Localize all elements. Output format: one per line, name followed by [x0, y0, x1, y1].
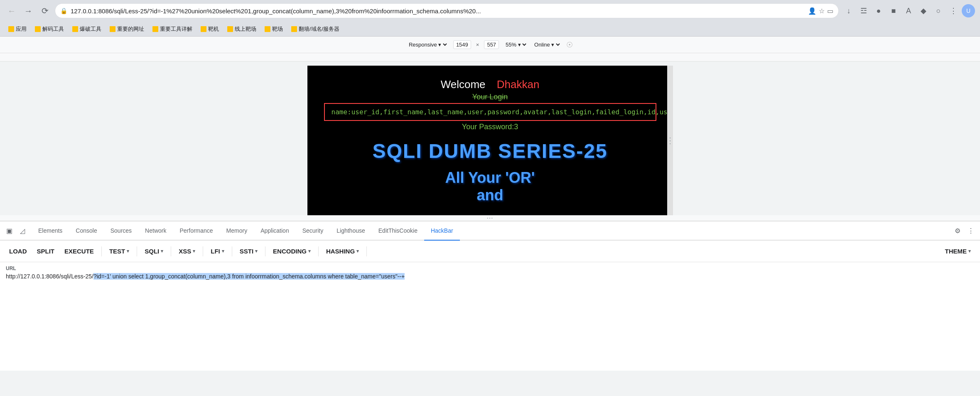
encoding-label: ENCODING [273, 248, 307, 255]
downloads-icon[interactable]: ↓ [842, 4, 855, 17]
bookmark-range[interactable]: 靶场 [261, 25, 286, 34]
url-section: URL http://127.0.0.1:8086/sqli/Less-25/?… [0, 262, 980, 371]
encoding-dropdown[interactable]: ENCODING ▾ [269, 244, 315, 259]
hashing-label: HASHING [326, 248, 355, 255]
your-login-text: Your Login [324, 93, 656, 101]
devtools-settings-icon[interactable]: ⚙ [952, 225, 963, 236]
separator-4 [203, 246, 203, 256]
sqli-label: SQLI [145, 248, 159, 255]
sql-result-text: name:user_id,first_name,last_name,user,p… [332, 108, 673, 116]
bookmark-tools-detail[interactable]: 重要工具详解 [149, 25, 196, 34]
ssti-dropdown[interactable]: SSTI ▾ [236, 244, 262, 259]
device-icon[interactable]: ◿ [17, 225, 28, 236]
folder-icon [152, 26, 158, 32]
bookmark-icon[interactable]: ☲ [857, 4, 870, 17]
sqli-arrow-icon: ▾ [161, 248, 163, 254]
folder-icon [35, 26, 41, 32]
theme-dropdown[interactable]: THEME ▾ [941, 244, 975, 259]
tab-performance[interactable]: Performance [173, 221, 219, 241]
execute-button[interactable]: EXECUTE [60, 244, 98, 259]
separator-7 [318, 246, 319, 256]
devtools-resize-handle[interactable]: ⋯ [0, 215, 980, 221]
frame-resize-handle[interactable]: ⋮ [667, 66, 673, 215]
tab-editthiscookie[interactable]: EditThisCookie [372, 221, 424, 241]
star-icon[interactable]: ☆ [819, 7, 825, 15]
separator-8 [366, 246, 367, 256]
toolbar-icons: ↓ ☲ ● ■ A ◆ ○ ⋮ U [842, 4, 975, 17]
lfi-arrow-icon: ▾ [222, 248, 224, 254]
bookmark-vpn[interactable]: 翻墙/域名/服务器 [288, 25, 343, 34]
separator-2 [137, 246, 137, 256]
tab-lighthouse[interactable]: Lighthouse [330, 221, 372, 241]
bookmark-range-label: 靶场 [272, 25, 283, 33]
sqli-title: SQLI DUMB SERIES-25 [324, 140, 656, 162]
cast-icon[interactable]: ▭ [827, 7, 833, 15]
separator-5 [232, 246, 232, 256]
browser-top-bar: ← → ⟳ 🔒 127.0.0.1:8086/sqli/Less-25/?id=… [0, 0, 980, 22]
extension3-icon[interactable]: A [902, 4, 915, 17]
user-avatar[interactable]: U [962, 4, 975, 17]
bookmark-crack[interactable]: 爆破工具 [69, 25, 105, 34]
height-value: 557 [487, 42, 496, 48]
height-box[interactable]: 557 [484, 40, 499, 49]
ssti-label: SSTI [240, 248, 253, 255]
sql-result-box: name:user_id,first_name,last_name,user,p… [324, 103, 656, 121]
extension4-icon[interactable]: ◆ [917, 4, 930, 17]
tab-sources[interactable]: Sources [104, 221, 138, 241]
lfi-dropdown[interactable]: LFI ▾ [206, 244, 228, 259]
tab-network[interactable]: Network [138, 221, 173, 241]
bookmark-target-label: 靶机 [208, 25, 219, 33]
tab-memory[interactable]: Memory [220, 221, 254, 241]
bookmark-target[interactable]: 靶机 [197, 25, 222, 34]
address-bar[interactable]: 🔒 127.0.0.1:8086/sqli/Less-25/?id=-1%27%… [55, 3, 839, 18]
theme-arrow-icon: ▾ [968, 248, 971, 254]
folder-icon [201, 26, 206, 32]
tab-elements[interactable]: Elements [32, 221, 69, 241]
back-button[interactable]: ← [5, 4, 18, 17]
split-button[interactable]: SPLIT [33, 244, 59, 259]
bookmark-tools-detail-label: 重要工具详解 [160, 25, 192, 33]
lfi-label: LFI [211, 248, 220, 255]
extension1-icon[interactable]: ● [872, 4, 885, 17]
bookmark-online-range[interactable]: 线上靶场 [224, 25, 260, 34]
bookmark-decode[interactable]: 解码工具 [32, 25, 67, 34]
network-select[interactable]: Online ▾ [533, 41, 561, 48]
width-value: 1549 [456, 42, 468, 48]
xss-dropdown[interactable]: XSS ▾ [174, 244, 199, 259]
address-url: 127.0.0.1:8086/sqli/Less-25/?id=-1%27%20… [71, 7, 805, 15]
xss-arrow-icon: ▾ [193, 248, 195, 254]
ruler [0, 53, 980, 61]
responsive-mode-select[interactable]: Responsive ▾ [407, 41, 448, 48]
inspect-icon[interactable]: ▣ [3, 225, 15, 236]
bookmark-apps[interactable]: 应用 [5, 25, 30, 34]
profile-icon[interactable]: 👤 [808, 7, 816, 15]
zoom-select[interactable]: 55% ▾ [504, 41, 528, 48]
bookmark-decode-label: 解码工具 [42, 25, 64, 33]
bookmark-urls[interactable]: 重要的网址 [106, 25, 147, 34]
forward-button[interactable]: → [22, 4, 35, 17]
dhakkan-text: Dhakkan [497, 78, 540, 91]
address-bar-icons: 👤 ☆ ▭ [808, 7, 833, 15]
tab-security[interactable]: Security [296, 221, 330, 241]
devtools-panel: ▣ ◿ Elements Console Sources Network Per… [0, 221, 980, 371]
folder-icon [110, 26, 115, 32]
extension5-icon[interactable]: ○ [932, 4, 945, 17]
bookmark-urls-label: 重要的网址 [117, 25, 144, 33]
extension2-icon[interactable]: ■ [887, 4, 900, 17]
sqli-dropdown[interactable]: SQLI ▾ [140, 244, 167, 259]
welcome-text: Welcome [441, 78, 486, 91]
and-text: and [324, 187, 656, 204]
separator-3 [171, 246, 171, 256]
tab-console[interactable]: Console [69, 221, 103, 241]
tab-application[interactable]: Application [254, 221, 296, 241]
encoding-arrow-icon: ▾ [308, 248, 311, 254]
refresh-button[interactable]: ⟳ [38, 4, 52, 17]
width-box[interactable]: 1549 [453, 40, 471, 49]
test-dropdown[interactable]: TEST ▾ [105, 244, 133, 259]
devtools-more-icon[interactable]: ⋮ [965, 225, 977, 236]
hashing-dropdown[interactable]: HASHING ▾ [322, 244, 363, 259]
tab-hackbar[interactable]: HackBar [424, 221, 460, 241]
theme-label: THEME [945, 248, 967, 255]
settings-icon[interactable]: ⋮ [947, 4, 960, 17]
load-button[interactable]: LOAD [5, 244, 31, 259]
